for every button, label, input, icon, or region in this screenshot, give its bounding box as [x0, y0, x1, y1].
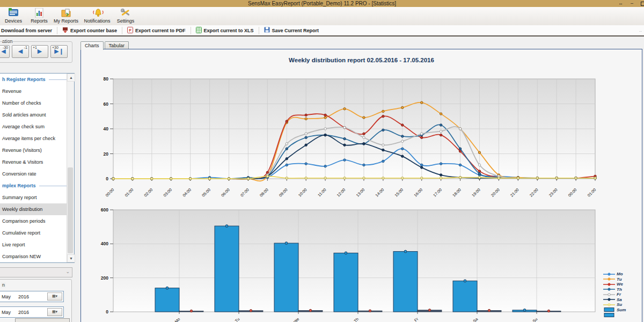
svg-text:60: 60: [104, 101, 109, 107]
window-titlebar[interactable]: SensMax EasyReport (Portable_Demo) 11.2 …: [0, 0, 644, 7]
svg-text:20:00: 20:00: [490, 187, 501, 198]
report-list-item[interactable]: Revenue (Visitors): [0, 144, 74, 156]
settings-button[interactable]: Settings: [115, 8, 136, 24]
date-from-field[interactable]: May 2016 ▦▾: [0, 291, 64, 302]
calendar-dropdown-icon[interactable]: ▦▾: [47, 308, 62, 316]
svg-text:02:00: 02:00: [143, 187, 154, 198]
svg-text:15:00: 15:00: [394, 187, 405, 198]
report-list-item[interactable]: Revenue & Visitors: [0, 156, 74, 168]
scroll-up-icon[interactable]: ▲: [67, 74, 75, 82]
folder-icon: [61, 8, 71, 18]
minimize-icon[interactable]: –: [631, 0, 633, 7]
svg-text:18:00: 18:00: [451, 187, 462, 198]
notifications-button[interactable]: Notifications: [82, 8, 113, 24]
report-list-item[interactable]: Live report: [0, 239, 74, 251]
legend-item[interactable]: Mo: [603, 272, 641, 277]
report-list-item[interactable]: Cumulative report: [0, 227, 74, 239]
report-list-item[interactable]: Average items per check: [0, 133, 74, 144]
legend-item[interactable]: Sum: [603, 308, 641, 313]
svg-text:21:00: 21:00: [509, 187, 520, 198]
report-list-item[interactable]: Sold articles amount: [0, 109, 74, 121]
report-list-item[interactable]: Weekly distribution: [0, 203, 74, 215]
legend-item[interactable]: Su: [603, 302, 641, 308]
arrow-right-icon: ▶: [38, 48, 42, 54]
svg-text:Su: Su: [532, 317, 539, 322]
save-report-button[interactable]: Save Current Report: [259, 26, 324, 34]
svg-text:17:00: 17:00: [432, 187, 443, 198]
charts-panel: Weekly distribution report 02.05.2016 - …: [80, 49, 642, 322]
export-xls-button[interactable]: Export current to XLS: [191, 26, 259, 34]
report-list-item[interactable]: Number of checks: [0, 97, 74, 109]
export-counter-base-button[interactable]: Export counter base: [57, 26, 122, 34]
legend-item[interactable]: Sa: [603, 297, 641, 303]
svg-text:03:00: 03:00: [163, 187, 173, 198]
calendar-dropdown-icon[interactable]: ▦▾: [47, 292, 62, 301]
nav-back-30-button[interactable]: -30 ❙◀: [0, 45, 10, 58]
svg-text:04:00: 04:00: [181, 187, 192, 198]
svg-text:00:00: 00:00: [567, 187, 578, 198]
scroll-down-icon[interactable]: ▼: [67, 254, 75, 262]
nav-forward-1-button[interactable]: +1 ▶: [31, 45, 48, 58]
daily-bar-chart: 0200400600MoTuWeThFrSaSu: [81, 202, 642, 322]
svg-text:40: 40: [104, 126, 109, 131]
tools-icon: [120, 8, 131, 18]
toolbar-overflow-icon[interactable]: ‥: [639, 28, 642, 33]
apply-button-partial[interactable]: [15, 318, 70, 322]
report-list-scrollbar[interactable]: ▲ ▼: [67, 74, 74, 262]
legend-item[interactable]: Fr: [603, 292, 641, 297]
svg-text:600: 600: [101, 207, 108, 213]
svg-text:14:00: 14:00: [375, 187, 385, 198]
tab-charts[interactable]: Charts: [80, 41, 104, 50]
legend-item[interactable]: We: [603, 282, 641, 287]
chevron-down-icon: ⌄: [65, 269, 70, 274]
report-list-item[interactable]: Conversion rate: [0, 168, 74, 180]
report-list: h Register ReportsRevenueNumber of check…: [0, 73, 75, 263]
report-list-item[interactable]: Summary report: [0, 192, 74, 203]
tab-tabular[interactable]: Tabular: [105, 41, 129, 49]
svg-text:10:00: 10:00: [297, 187, 308, 198]
report-list-item[interactable]: Revenue: [0, 85, 74, 97]
svg-text:11:00: 11:00: [317, 187, 327, 197]
svg-text:00:00: 00:00: [105, 187, 115, 198]
svg-text:0: 0: [106, 309, 108, 314]
report-list-item[interactable]: Average check sum: [0, 121, 74, 133]
svg-text:Tu: Tu: [234, 317, 240, 322]
download-from-server-button[interactable]: Download from server: [0, 26, 57, 34]
svg-text:P: P: [129, 28, 131, 32]
chart-legend: MoTuWeThFrSaSuSum: [603, 272, 641, 322]
my-reports-button[interactable]: My Reports: [52, 8, 80, 24]
legend-item[interactable]: Th: [603, 287, 641, 292]
report-list-item[interactable]: Comparison NEW: [0, 251, 74, 262]
devices-button[interactable]: Devices: [1, 8, 26, 24]
report-chart-icon: [34, 8, 45, 18]
restore-icon[interactable]: [641, 2, 644, 6]
legend-item[interactable]: Tu: [603, 277, 641, 282]
svg-text:01:00: 01:00: [124, 187, 135, 198]
report-list-header: mplex Reports: [0, 180, 74, 192]
svg-text:08:00: 08:00: [259, 187, 269, 198]
export-pdf-button[interactable]: P Export current to PDF: [122, 26, 191, 34]
report-list-header: h Register Reports: [0, 74, 74, 85]
window-controls: ↔ –: [618, 0, 643, 7]
svg-text:09:00: 09:00: [278, 187, 289, 198]
scrollbar-thumb[interactable]: [68, 167, 73, 253]
nav-back-1-button[interactable]: -1 ◀: [12, 45, 29, 58]
view-tabs: Charts Tabular: [80, 41, 129, 49]
report-type-dropdown[interactable]: ⌄: [0, 267, 72, 277]
devices-icon: [8, 8, 19, 18]
svg-text:19:00: 19:00: [471, 187, 481, 198]
nav-forward-30-button[interactable]: +30 ▶❙: [50, 45, 68, 58]
legend-item[interactable]: [603, 312, 641, 318]
main-toolbar: Devices Reports My Reports Notifications…: [0, 7, 644, 26]
xls-icon: [196, 27, 202, 34]
svg-text:22:00: 22:00: [529, 187, 539, 198]
reports-button[interactable]: Reports: [28, 8, 50, 24]
svg-text:We: We: [292, 317, 300, 322]
report-list-item[interactable]: Comparison periods: [0, 215, 74, 227]
date-to-field[interactable]: May 2016 ▦▾: [0, 306, 64, 318]
svg-text:13:00: 13:00: [355, 187, 366, 198]
resize-icon[interactable]: ↔: [618, 0, 623, 7]
export-toolbar: Download from server Export counter base…: [0, 25, 644, 35]
svg-text:Mo: Mo: [174, 317, 181, 322]
save-icon: [264, 27, 270, 34]
